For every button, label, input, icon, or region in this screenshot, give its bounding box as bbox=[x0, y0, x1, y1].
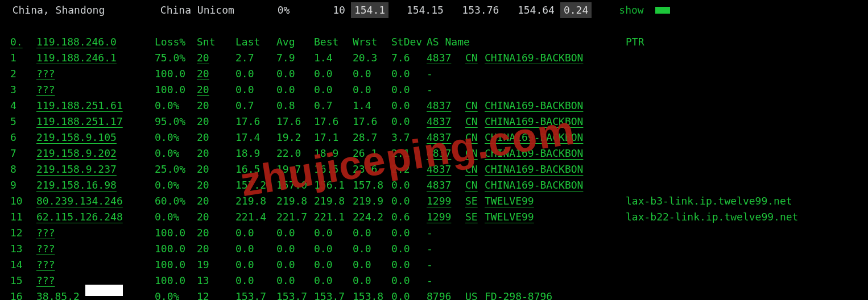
table-row: 6219.158.9.1050.0%2017.419.217.128.73.74… bbox=[10, 130, 868, 145]
table-row: 13???100.0200.00.00.00.00.0- bbox=[10, 241, 868, 257]
hop-last: 157.2 bbox=[235, 177, 276, 193]
hop-asname: CHINA169-BACKBON bbox=[485, 98, 626, 114]
hop-ip[interactable]: 119.188.251.17 bbox=[36, 114, 155, 130]
hop-snt: 20 bbox=[197, 50, 235, 66]
hop-last: 0.0 bbox=[235, 66, 276, 82]
hop-asname: TWELVE99 bbox=[485, 209, 626, 225]
hop-cc: CN bbox=[465, 98, 485, 114]
hop-wrst: 0.0 bbox=[353, 66, 391, 82]
hop-ip[interactable]: 219.158.9.105 bbox=[36, 130, 155, 145]
hop-ptr bbox=[626, 98, 868, 114]
hop-ip[interactable]: ??? bbox=[36, 257, 155, 273]
hop-ptr bbox=[626, 82, 868, 98]
hop-asn: - bbox=[427, 257, 626, 273]
hop-snt: 20 bbox=[197, 114, 235, 130]
hop-ip[interactable]: ??? bbox=[36, 82, 155, 98]
hop-number: 12 bbox=[10, 225, 36, 241]
hop-snt: 19 bbox=[197, 257, 235, 273]
hop-asn[interactable]: 4837 bbox=[427, 145, 465, 161]
table-row: 1638.85.20.0%12153.7153.7153.7153.80.087… bbox=[10, 289, 868, 300]
hop-asn[interactable]: 4837 bbox=[427, 130, 465, 145]
hop-avg: 0.0 bbox=[276, 82, 314, 98]
stat-1: 154.1 bbox=[351, 2, 388, 18]
hop-asn[interactable]: 4837 bbox=[427, 161, 465, 177]
table-row: 4119.188.251.610.0%200.70.80.71.40.04837… bbox=[10, 98, 868, 114]
hop-snt: 20 bbox=[197, 145, 235, 161]
hop-wrst: 0.0 bbox=[353, 257, 391, 273]
table-row: 1080.239.134.24660.0%20219.8219.8219.821… bbox=[10, 193, 868, 209]
hop-cc: SE bbox=[465, 209, 485, 225]
table-row: 12???100.0200.00.00.00.00.0- bbox=[10, 225, 868, 241]
col-ip: 119.188.246.0 bbox=[36, 34, 155, 50]
hop-number: 15 bbox=[10, 273, 36, 289]
redaction-block bbox=[85, 285, 123, 296]
hop-ptr bbox=[626, 177, 868, 193]
hop-loss: 0.0% bbox=[155, 145, 197, 161]
hop-number: 16 bbox=[10, 289, 36, 300]
hop-last: 0.0 bbox=[235, 82, 276, 98]
hop-number: 8 bbox=[10, 161, 36, 177]
hop-ptr bbox=[626, 273, 868, 289]
hop-wrst: 153.8 bbox=[353, 289, 391, 300]
hop-ip[interactable]: 80.239.134.246 bbox=[36, 193, 155, 209]
hop-last: 0.0 bbox=[235, 241, 276, 257]
hop-last: 17.6 bbox=[235, 114, 276, 130]
hop-stdev: 0.0 bbox=[391, 177, 427, 193]
hop-avg: 7.9 bbox=[276, 50, 314, 66]
hop-stdev: 0.0 bbox=[391, 66, 427, 82]
table-row: 14???100.0190.00.00.00.00.0- bbox=[10, 257, 868, 273]
hop-wrst: 17.6 bbox=[353, 114, 391, 130]
hop-ip[interactable]: ??? bbox=[36, 66, 155, 82]
hop-wrst: 157.8 bbox=[353, 177, 391, 193]
hop-asn[interactable]: 4837 bbox=[427, 98, 465, 114]
hop-ip[interactable]: 219.158.9.202 bbox=[36, 145, 155, 161]
hop-snt: 20 bbox=[197, 241, 235, 257]
hop-ptr bbox=[626, 130, 868, 145]
hop-asname: CHINA169-BACKBON bbox=[485, 50, 626, 66]
hop-asn[interactable]: 8796 bbox=[427, 289, 465, 300]
hop-stdev: 0.0 bbox=[391, 225, 427, 241]
hop-avg: 0.0 bbox=[276, 257, 314, 273]
hop-asname: TWELVE99 bbox=[485, 193, 626, 209]
hop-snt: 20 bbox=[197, 66, 235, 82]
hop-stdev: 0.0 bbox=[391, 82, 427, 98]
hop-asn: - bbox=[427, 82, 626, 98]
hop-ip[interactable]: 62.115.126.248 bbox=[36, 209, 155, 225]
hop-snt: 20 bbox=[197, 161, 235, 177]
hop-best: 0.0 bbox=[314, 66, 353, 82]
hop-snt: 13 bbox=[197, 273, 235, 289]
hop-loss: 75.0% bbox=[155, 50, 197, 66]
hop-asname: CHINA169-BACKBON bbox=[485, 145, 626, 161]
hop-loss: 0.0% bbox=[155, 177, 197, 193]
col-last: Last bbox=[235, 34, 276, 50]
hop-ip[interactable]: ??? bbox=[36, 225, 155, 241]
hop-best: 1.4 bbox=[314, 50, 353, 66]
hop-ip[interactable]: 219.158.9.237 bbox=[36, 161, 155, 177]
hop-ip[interactable]: 219.158.16.98 bbox=[36, 177, 155, 193]
hop-asn[interactable]: 4837 bbox=[427, 114, 465, 130]
hop-wrst: 0.0 bbox=[353, 225, 391, 241]
hop-asn[interactable]: 1299 bbox=[427, 193, 465, 209]
hop-avg: 19.7 bbox=[276, 161, 314, 177]
pct: 0% bbox=[234, 2, 290, 18]
hop-number: 14 bbox=[10, 257, 36, 273]
hop-loss: 0.0% bbox=[155, 209, 197, 225]
table-row: 1162.115.126.2480.0%20221.4221.7221.1224… bbox=[10, 209, 868, 225]
hop-asn[interactable]: 4837 bbox=[427, 177, 465, 193]
hop-number: 10 bbox=[10, 193, 36, 209]
hop-best: 0.0 bbox=[314, 225, 353, 241]
hop-ip[interactable]: 119.188.251.61 bbox=[36, 98, 155, 114]
hop-asn[interactable]: 1299 bbox=[427, 209, 465, 225]
hop-asn: - bbox=[427, 225, 626, 241]
hop-asname: CHINA169-BACKBON bbox=[485, 114, 626, 130]
hop-stdev: 3.7 bbox=[391, 130, 427, 145]
hop-best: 18.9 bbox=[314, 145, 353, 161]
show-toggle[interactable]: show bbox=[619, 2, 643, 18]
hop-cc: CN bbox=[465, 177, 485, 193]
hop-stdev: 0.0 bbox=[391, 257, 427, 273]
hop-ip[interactable]: 119.188.246.1 bbox=[36, 50, 155, 66]
hop-asn[interactable]: 4837 bbox=[427, 50, 465, 66]
hop-ip[interactable]: ??? bbox=[36, 241, 155, 257]
hop-loss: 0.0% bbox=[155, 289, 197, 300]
hop-ptr bbox=[626, 257, 868, 273]
